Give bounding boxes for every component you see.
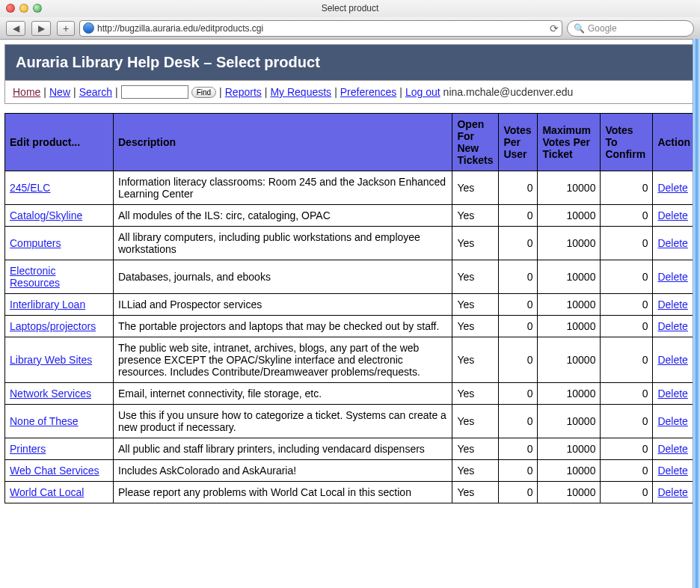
votes-to-confirm: 0 <box>601 316 653 337</box>
window-minimize-button[interactable] <box>19 4 28 13</box>
votes-to-confirm: 0 <box>601 482 653 503</box>
votes-to-confirm: 0 <box>601 171 653 205</box>
open-for-new: Yes <box>452 260 499 294</box>
url-text: http://bugzilla.auraria.edu/editproducts… <box>97 23 263 34</box>
back-button[interactable]: ◀ <box>6 21 25 36</box>
page-title: Auraria Library Help Desk – Select produ… <box>4 44 696 80</box>
votes-per-user: 0 <box>499 171 538 205</box>
find-button[interactable]: Find <box>191 87 216 98</box>
votes-per-user: 0 <box>499 294 538 316</box>
products-table: Edit product... Description Open For New… <box>4 113 696 503</box>
product-description: All modules of the ILS: circ, cataloging… <box>114 205 452 227</box>
window-close-button[interactable] <box>6 4 15 13</box>
product-description: Use this if you unsure how to categorize… <box>114 405 452 438</box>
col-description: Description <box>114 114 452 171</box>
browser-search-field[interactable]: 🔍 Google <box>567 20 694 37</box>
product-link[interactable]: Interlibrary Loan <box>10 298 85 310</box>
max-votes: 10000 <box>538 337 601 383</box>
product-description: Information literacy classrooms: Room 24… <box>114 171 452 205</box>
votes-to-confirm: 0 <box>601 294 653 316</box>
product-link[interactable]: Computers <box>10 237 61 249</box>
titlebar: Select product <box>0 0 700 16</box>
open-for-new: Yes <box>452 383 499 405</box>
separator: | <box>43 86 46 98</box>
votes-to-confirm: 0 <box>601 205 653 227</box>
nav-my-requests[interactable]: My Requests <box>270 86 331 98</box>
reload-icon[interactable]: ⟳ <box>550 22 559 34</box>
votes-to-confirm: 0 <box>601 337 653 383</box>
forward-button[interactable]: ▶ <box>31 21 51 36</box>
delete-link[interactable]: Delete <box>657 237 687 249</box>
delete-link[interactable]: Delete <box>657 388 687 399</box>
delete-link[interactable]: Delete <box>657 443 687 455</box>
product-link[interactable]: World Cat Local <box>10 486 84 498</box>
product-link[interactable]: Laptops/projectors <box>10 320 96 332</box>
product-link[interactable]: Web Chat Services <box>10 465 99 477</box>
separator: | <box>219 86 222 98</box>
product-description: Includes AskColorado and AskAuraria! <box>114 460 452 482</box>
votes-to-confirm: 0 <box>601 383 653 405</box>
separator: | <box>399 86 402 98</box>
nav-reports[interactable]: Reports <box>225 86 262 98</box>
separator: | <box>334 86 337 98</box>
votes-to-confirm: 0 <box>601 460 653 482</box>
delete-link[interactable]: Delete <box>657 209 687 221</box>
max-votes: 10000 <box>538 260 601 294</box>
page-body: Auraria Library Help Desk – Select produ… <box>0 40 700 508</box>
nav-logout[interactable]: Log out <box>405 86 440 98</box>
delete-link[interactable]: Delete <box>657 415 687 427</box>
table-row: Laptops/projectorsThe portable projector… <box>5 316 696 337</box>
col-open: Open For New Tickets <box>452 114 499 171</box>
separator: | <box>73 86 76 98</box>
col-votes-to-confirm: Votes To Confirm <box>601 114 653 171</box>
product-link[interactable]: Printers <box>10 443 46 455</box>
nav-new[interactable]: New <box>49 86 70 98</box>
delete-link[interactable]: Delete <box>657 271 687 283</box>
window-zoom-button[interactable] <box>33 4 42 13</box>
product-link[interactable]: Network Services <box>10 388 91 399</box>
votes-per-user: 0 <box>499 438 538 460</box>
max-votes: 10000 <box>538 316 601 337</box>
max-votes: 10000 <box>538 438 601 460</box>
delete-link[interactable]: Delete <box>657 354 687 366</box>
votes-to-confirm: 0 <box>601 405 653 438</box>
separator: | <box>115 86 118 98</box>
add-bookmark-button[interactable]: + <box>57 21 75 36</box>
votes-per-user: 0 <box>499 337 538 383</box>
table-row: Network ServicesEmail, internet connecti… <box>5 383 696 405</box>
delete-link[interactable]: Delete <box>657 465 687 477</box>
product-link[interactable]: Library Web Sites <box>10 354 92 366</box>
site-icon <box>83 22 94 34</box>
nav-search[interactable]: Search <box>79 86 112 98</box>
delete-link[interactable]: Delete <box>657 486 687 498</box>
window-title: Select product <box>0 3 700 13</box>
product-link[interactable]: 245/ELC <box>10 182 50 194</box>
current-user: nina.mchale@ucdenver.edu <box>443 86 574 98</box>
table-row: None of TheseUse this if you unsure how … <box>5 405 696 438</box>
browser-chrome: Select product ◀ ▶ + http://bugzilla.aur… <box>0 0 700 40</box>
nav-preferences[interactable]: Preferences <box>340 86 396 98</box>
max-votes: 10000 <box>538 171 601 205</box>
votes-to-confirm: 0 <box>601 227 653 260</box>
product-link[interactable]: Electronic Resources <box>10 265 60 289</box>
product-description: Please report any problems with World Ca… <box>114 482 452 503</box>
table-row: Web Chat ServicesIncludes AskColorado an… <box>5 460 696 482</box>
votes-per-user: 0 <box>499 260 538 294</box>
table-row: ComputersAll library computers, includin… <box>5 227 696 260</box>
product-link[interactable]: Catalog/Skyline <box>10 209 82 221</box>
max-votes: 10000 <box>538 460 601 482</box>
votes-per-user: 0 <box>499 482 538 503</box>
max-votes: 10000 <box>538 482 601 503</box>
product-description: The portable projectors and laptops that… <box>114 316 452 337</box>
table-row: Catalog/SkylineAll modules of the ILS: c… <box>5 205 696 227</box>
quick-search-input[interactable] <box>121 85 188 99</box>
delete-link[interactable]: Delete <box>657 298 687 310</box>
nav-home[interactable]: Home <box>13 86 40 98</box>
delete-link[interactable]: Delete <box>657 182 687 194</box>
product-link[interactable]: None of These <box>10 415 79 427</box>
max-votes: 10000 <box>538 405 601 438</box>
delete-link[interactable]: Delete <box>657 320 687 332</box>
address-bar[interactable]: http://bugzilla.auraria.edu/editproducts… <box>79 20 562 37</box>
votes-per-user: 0 <box>499 205 538 227</box>
vertical-scrollbar[interactable] <box>693 39 700 508</box>
